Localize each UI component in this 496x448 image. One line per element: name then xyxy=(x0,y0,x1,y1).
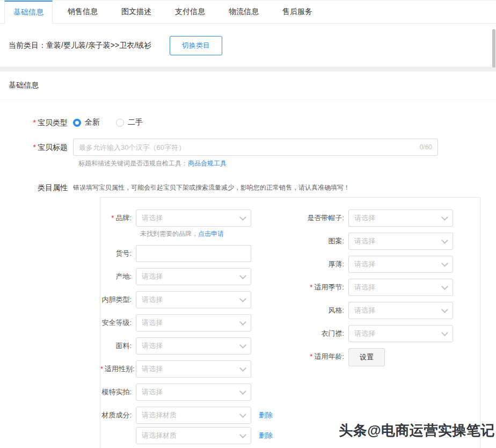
char-counter: 0/60 xyxy=(420,143,437,151)
style-select[interactable]: 请选择 xyxy=(348,302,453,319)
current-category-bar: 当前类目： 童装/婴儿装/亲子装>>卫衣/绒衫 切换类目 xyxy=(0,24,496,67)
chevron-down-icon xyxy=(239,319,246,326)
radio-selected-icon xyxy=(73,119,81,127)
material-row-2: 请选择材质 删除 xyxy=(100,427,300,444)
age-set-button[interactable]: 设置 xyxy=(348,348,385,366)
brand-select[interactable]: 请选择 xyxy=(136,209,251,227)
liner-type-label: 内胆类型: xyxy=(100,291,136,308)
thickness-label: 厚薄: xyxy=(300,256,348,273)
title-helper-text: 标题和描述关键词是否违规自检工具： xyxy=(78,160,188,167)
material-delete-link-2[interactable]: 删除 xyxy=(259,427,273,444)
hood-row: 是否带帽子: 请选择 xyxy=(300,209,480,227)
age-row: 适用年龄: 设置 xyxy=(300,348,480,366)
item-type-row: 宝贝类型 全新 二手 xyxy=(0,114,496,131)
material-select-2[interactable]: 请选择材质 xyxy=(136,427,251,444)
thickness-row: 厚薄: 请选择 xyxy=(300,256,480,273)
chevron-down-icon xyxy=(239,272,246,279)
chevron-down-icon xyxy=(441,329,448,336)
apply-brand-link[interactable]: 点击申请 xyxy=(198,230,224,237)
hood-select[interactable]: 请选择 xyxy=(348,209,453,227)
fabric-row: 面料: 请选择 xyxy=(100,337,300,355)
chevron-down-icon xyxy=(239,388,246,395)
category-attrs-label: 类目属性 xyxy=(0,179,73,196)
radio-new[interactable]: 全新 xyxy=(73,118,100,127)
brand-helper-text: 未找到需要的品牌， xyxy=(140,230,198,237)
tab-sales-info[interactable]: 销售信息 xyxy=(59,1,106,23)
liner-type-row: 内胆类型: 请选择 xyxy=(100,291,300,308)
chevron-down-icon xyxy=(441,214,448,221)
liner-type-select[interactable]: 请选择 xyxy=(136,291,251,308)
category-attrs-warning: 错误填写宝贝属性，可能会引起宝贝下架或搜索流量减少，影响您的正常销售，请认真准确… xyxy=(73,179,350,196)
attributes-column-right: 是否带帽子: 请选择 图案: 请选择 厚薄: 请选择 xyxy=(300,209,480,448)
current-category-path: 童装/婴儿装/亲子装>>卫衣/绒衫 xyxy=(46,41,151,50)
pattern-row: 图案: 请选择 xyxy=(300,233,480,250)
chevron-down-icon xyxy=(239,295,246,302)
fabric-label: 面料: xyxy=(100,337,136,355)
scrollbar-thumb[interactable] xyxy=(492,29,495,68)
chevron-down-icon xyxy=(239,214,246,221)
tab-description[interactable]: 图文描述 xyxy=(113,1,160,23)
material-label-spacer xyxy=(100,427,136,444)
brand-row: 品牌: 请选择 xyxy=(100,209,300,227)
pattern-select[interactable]: 请选择 xyxy=(348,233,453,250)
item-title-row: 宝贝标题 0/60 xyxy=(0,139,496,156)
category-attrs-row: 类目属性 错误填写宝贝属性，可能会引起宝贝下架或搜索流量减少，影响您的正常销售，… xyxy=(0,179,496,196)
item-no-row: 货号: xyxy=(100,245,300,262)
item-type-label: 宝贝类型 xyxy=(0,114,73,131)
attributes-column-left: 品牌: 请选择 未找到需要的品牌，点击申请 货号: 产地: 请选择 xyxy=(100,209,300,448)
thickness-select[interactable]: 请选择 xyxy=(348,256,453,273)
fabric-select[interactable]: 请选择 xyxy=(136,337,251,355)
radio-new-label: 全新 xyxy=(85,118,100,127)
item-no-label: 货号: xyxy=(100,245,136,262)
switch-category-button[interactable]: 切换类目 xyxy=(170,36,222,55)
season-select[interactable]: 请选择 xyxy=(348,279,453,296)
model-photo-select[interactable]: 请选择 xyxy=(136,384,251,401)
safety-level-select[interactable]: 请选择 xyxy=(136,314,251,331)
compliance-tool-link[interactable]: 商品合规工具 xyxy=(188,160,227,167)
tab-bar: 基础信息 销售信息 图文描述 支付信息 物流信息 售后服务 xyxy=(0,0,496,24)
item-title-input-wrap: 0/60 xyxy=(73,139,438,156)
chevron-down-icon xyxy=(441,237,448,244)
brand-helper-line: 未找到需要的品牌，点击申请 xyxy=(140,229,300,239)
current-category-label: 当前类目： xyxy=(9,41,46,50)
chevron-down-icon xyxy=(441,306,448,313)
item-no-input[interactable] xyxy=(136,245,251,262)
tab-payment-info[interactable]: 支付信息 xyxy=(166,1,214,23)
material-label: 材质成分: xyxy=(100,407,136,424)
radio-used-label: 二手 xyxy=(128,118,143,127)
section-title: 基础信息 xyxy=(0,71,496,100)
radio-unselected-icon xyxy=(116,119,124,127)
age-label: 适用年龄: xyxy=(300,348,348,366)
chevron-down-icon xyxy=(239,431,246,438)
section-divider xyxy=(0,67,496,71)
chevron-down-icon xyxy=(441,283,448,290)
origin-label: 产地: xyxy=(100,268,136,285)
style-row: 风格: 请选择 xyxy=(300,302,480,319)
material-delete-link-1[interactable]: 删除 xyxy=(259,407,273,424)
chevron-down-icon xyxy=(239,365,246,372)
tab-basic-info[interactable]: 基础信息 xyxy=(4,1,53,24)
brand-label: 品牌: xyxy=(100,209,136,227)
item-title-input[interactable] xyxy=(74,143,420,151)
placket-select[interactable]: 请选择 xyxy=(348,325,453,342)
origin-select[interactable]: 请选择 xyxy=(136,268,251,285)
gender-label: 适用性别: xyxy=(100,360,136,378)
item-type-radio-group: 全新 二手 xyxy=(73,114,159,131)
attributes-panel: 品牌: 请选择 未找到需要的品牌，点击申请 货号: 产地: 请选择 xyxy=(100,197,480,448)
material-select-1[interactable]: 请选择材质 xyxy=(136,407,251,424)
material-row-1: 材质成分: 请选择材质 删除 xyxy=(100,407,300,424)
item-title-label: 宝贝标题 xyxy=(0,139,73,156)
style-label: 风格: xyxy=(300,302,348,319)
tab-after-sales[interactable]: 售后服务 xyxy=(274,1,321,23)
season-label: 适用季节: xyxy=(300,279,348,296)
radio-used[interactable]: 二手 xyxy=(116,118,143,127)
tab-logistics-info[interactable]: 物流信息 xyxy=(220,1,267,23)
hood-label: 是否带帽子: xyxy=(300,209,348,227)
safety-level-label: 安全等级: xyxy=(100,314,136,331)
title-helper-line: 标题和描述关键词是否违规自检工具：商品合规工具 xyxy=(78,159,496,168)
season-row: 适用季节: 请选择 xyxy=(300,279,480,296)
model-photo-row: 模特实拍: 请选择 xyxy=(100,384,300,401)
gender-select[interactable]: 请选择 xyxy=(136,360,251,378)
chevron-down-icon xyxy=(239,342,246,349)
basic-info-form: 宝贝类型 全新 二手 宝贝标题 0/60 标题和描述关键词是否违规自检工具：商品… xyxy=(0,100,496,448)
